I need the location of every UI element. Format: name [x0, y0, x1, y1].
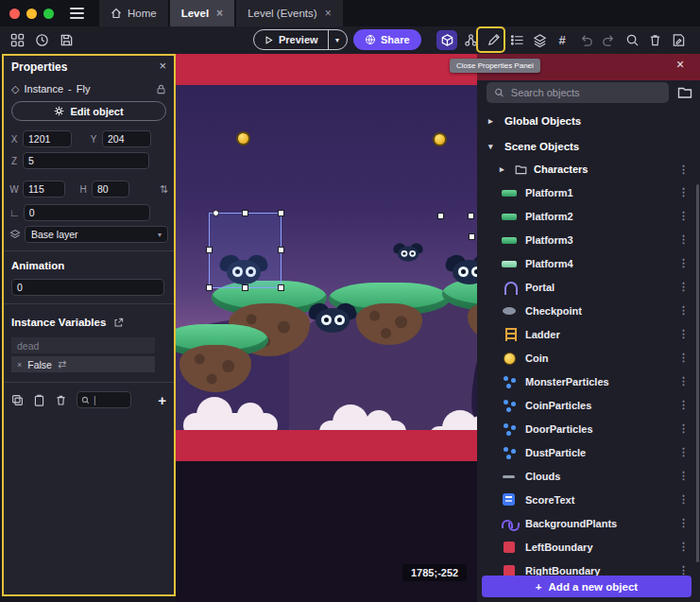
object-item-platform1[interactable]: Platform1⋮ — [477, 181, 700, 204]
fly-instance[interactable] — [306, 302, 359, 336]
close-tab-icon[interactable]: × — [325, 7, 332, 20]
object-menu-icon[interactable]: ⋮ — [678, 422, 689, 435]
search-objects-box[interactable] — [487, 82, 669, 103]
object-groups-icon[interactable] — [460, 30, 481, 50]
add-variable-button[interactable]: + — [158, 392, 166, 408]
y-input[interactable] — [102, 130, 151, 147]
save-icon[interactable] — [56, 30, 77, 50]
maximize-window-button[interactable] — [43, 9, 54, 19]
selection-handle[interactable] — [242, 284, 248, 291]
object-item-checkpoint[interactable]: Checkpoint⋮ — [477, 299, 700, 322]
preview-button[interactable]: Preview — [254, 30, 328, 49]
object-menu-icon[interactable]: ⋮ — [678, 446, 689, 458]
grid-options-icon[interactable]: # — [552, 30, 572, 50]
variables-search-box[interactable]: | — [77, 391, 131, 408]
object-item-coinparticles[interactable]: CoinParticles⋮ — [477, 393, 700, 417]
object-menu-icon[interactable]: ⋮ — [678, 493, 689, 506]
object-item-portal[interactable]: Portal⋮ — [477, 275, 700, 299]
layer-select[interactable]: Base layer ▾ — [25, 226, 168, 243]
delete-icon[interactable] — [644, 30, 665, 50]
instances-panel-icon[interactable] — [436, 30, 457, 50]
object-item-doorparticles[interactable]: DoorParticles⋮ — [477, 417, 700, 440]
layers-panel-icon[interactable] — [529, 30, 550, 50]
object-item-platform3[interactable]: Platform3⋮ — [477, 228, 700, 251]
redo-icon[interactable] — [598, 30, 619, 50]
group-global-objects[interactable]: ▸ Global Objects — [477, 111, 700, 131]
object-menu-icon[interactable]: ⋮ — [678, 541, 689, 553]
object-menu-icon[interactable]: ⋮ — [678, 517, 689, 529]
copy-icon[interactable] — [11, 394, 24, 406]
coin-instance[interactable] — [236, 131, 250, 146]
object-item-scoretext[interactable]: ScoreText⋮ — [477, 488, 700, 511]
object-item-monsterparticles[interactable]: MonsterParticles⋮ — [477, 370, 700, 393]
object-menu-icon[interactable]: ⋮ — [678, 375, 689, 387]
object-menu-icon[interactable]: ⋮ — [678, 281, 689, 293]
selection-handle[interactable] — [278, 210, 284, 216]
open-projects-icon[interactable] — [7, 30, 27, 50]
object-menu-icon[interactable]: ⋮ — [678, 186, 689, 198]
edit-object-button[interactable]: Edit object — [11, 101, 166, 121]
object-menu-icon[interactable]: ⋮ — [678, 470, 689, 482]
variable-value-row[interactable]: × False ⇄ — [11, 356, 155, 372]
height-input[interactable] — [92, 181, 129, 198]
history-icon[interactable] — [31, 30, 52, 50]
lock-aspect-ratio-icon[interactable]: ⇅ — [160, 183, 168, 196]
x-input[interactable] — [23, 130, 72, 147]
edit-events-icon[interactable] — [668, 30, 689, 50]
add-folder-icon[interactable] — [677, 85, 692, 100]
z-input[interactable] — [23, 152, 149, 169]
object-item-platform2[interactable]: Platform2⋮ — [477, 204, 700, 228]
folder-characters[interactable]: ▸ Characters ⋮ — [477, 159, 700, 180]
selection-handle[interactable] — [437, 213, 444, 219]
tab-home[interactable]: Home — [99, 0, 168, 26]
object-item-backgroundplants[interactable]: BackgroundPlants⋮ — [477, 511, 700, 535]
selection-handle[interactable] — [206, 284, 213, 291]
instances-list-icon[interactable] — [506, 30, 527, 50]
tab-level-events[interactable]: Level (Events) × — [236, 0, 343, 26]
minimize-window-button[interactable] — [26, 9, 37, 19]
selection-box[interactable] — [209, 213, 282, 288]
animation-input[interactable] — [11, 279, 164, 296]
selection-handle[interactable] — [469, 233, 475, 240]
object-item-clouds[interactable]: Clouds⋮ — [477, 464, 700, 488]
add-new-object-button[interactable]: + Add a new object — [482, 576, 691, 597]
fly-instance[interactable] — [392, 243, 425, 264]
selection-handle[interactable] — [278, 284, 284, 291]
object-item-coin[interactable]: Coin⋮ — [477, 346, 700, 370]
share-button[interactable]: Share — [353, 29, 421, 50]
tab-level[interactable]: Level × — [170, 0, 234, 26]
object-menu-icon[interactable]: ⋮ — [678, 399, 689, 411]
object-menu-icon[interactable]: ⋮ — [678, 304, 689, 317]
search-objects-input[interactable] — [511, 87, 661, 98]
variable-name-row[interactable]: dead — [11, 337, 155, 353]
objects-scrollbar[interactable] — [696, 184, 699, 562]
object-menu-icon[interactable]: ⋮ — [678, 257, 689, 269]
object-menu-icon[interactable]: ⋮ — [678, 328, 689, 340]
selection-handle[interactable] — [213, 210, 219, 216]
close-properties-icon[interactable]: × — [159, 59, 166, 73]
toggle-value-icon[interactable]: ⇄ — [58, 358, 66, 370]
object-menu-icon[interactable]: ⋮ — [678, 233, 689, 246]
close-window-button[interactable] — [9, 9, 20, 19]
lock-icon[interactable] — [156, 84, 166, 95]
object-item-dustparticle[interactable]: DustParticle⋮ — [477, 440, 700, 464]
angle-input[interactable] — [24, 204, 150, 221]
edit-properties-icon[interactable] — [483, 30, 504, 50]
width-input[interactable] — [23, 181, 65, 198]
preview-options-dropdown[interactable]: ▾ — [328, 30, 347, 49]
close-tab-icon[interactable]: × — [216, 7, 223, 20]
selection-handle[interactable] — [206, 247, 213, 253]
object-item-platform4[interactable]: Platform4⋮ — [477, 251, 700, 275]
selection-handle[interactable] — [278, 247, 284, 253]
paste-icon[interactable] — [33, 394, 45, 406]
selection-handle[interactable] — [242, 210, 248, 216]
undo-icon[interactable] — [575, 30, 596, 50]
item-menu-icon[interactable]: ⋮ — [678, 163, 689, 176]
object-menu-icon[interactable]: ⋮ — [678, 210, 689, 222]
group-scene-objects[interactable]: ▾ Scene Objects — [477, 136, 700, 157]
object-item-ladder[interactable]: Ladder⋮ — [477, 322, 700, 346]
platform-island[interactable] — [176, 324, 268, 392]
main-menu-icon[interactable] — [70, 8, 84, 19]
close-objects-panel-icon[interactable]: × — [676, 57, 684, 72]
external-link-icon[interactable] — [113, 318, 124, 328]
